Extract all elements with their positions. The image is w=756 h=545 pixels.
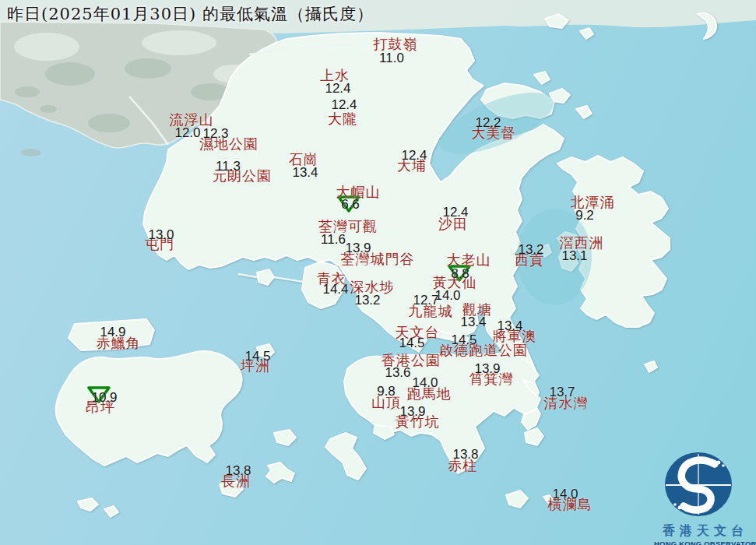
station-value: 11.6 bbox=[321, 232, 346, 248]
station-value: 13.2 bbox=[518, 242, 543, 258]
station-value: 12.4 bbox=[331, 97, 357, 113]
station-value: 13.9 bbox=[474, 361, 500, 377]
station-value: 12.0 bbox=[174, 125, 200, 141]
station-value: 14.5 bbox=[399, 336, 424, 351]
station-value: 14.4 bbox=[322, 282, 348, 297]
station-value: 14.0 bbox=[412, 375, 438, 391]
station-value: 14.5 bbox=[244, 349, 270, 364]
station-value: 13.4 bbox=[460, 315, 486, 330]
station-value: 14.5 bbox=[451, 332, 476, 348]
station-value: 13.8 bbox=[452, 447, 478, 462]
stations-layer: 打鼓嶺11.0上水12.4大隴12.4流浮山12.0濕地公園12.3元朗公園11… bbox=[0, 0, 756, 545]
station-value: 13.9 bbox=[345, 241, 371, 256]
typhoon-swirl-icon bbox=[654, 450, 752, 519]
station-value: 6.6 bbox=[341, 197, 360, 213]
station-value: 12.7 bbox=[413, 293, 438, 308]
station-value: 12.2 bbox=[475, 115, 501, 131]
station-value: 11.3 bbox=[216, 159, 241, 174]
station-value: 12.4 bbox=[401, 148, 427, 164]
station-value: 13.2 bbox=[354, 293, 380, 308]
station-value: 13.7 bbox=[549, 385, 575, 400]
station-value: 13.4 bbox=[497, 318, 522, 334]
station-value: 11.0 bbox=[379, 51, 404, 66]
station-value: 12.3 bbox=[202, 126, 228, 142]
logo-title-zh: 香港天文台 bbox=[654, 523, 752, 540]
station-value: 12.4 bbox=[442, 205, 468, 220]
station-value: 14.9 bbox=[100, 325, 125, 340]
station-value: 13.9 bbox=[399, 404, 425, 420]
weather-map-canvas: 昨日(2025年01月30日) 的最低氣溫（攝氏度） 打鼓嶺11.0上水12.4… bbox=[0, 0, 756, 545]
hko-logo: 香港天文台 HONG KONG OBSERVATORY bbox=[654, 450, 752, 545]
station-value: 8.8 bbox=[451, 266, 469, 282]
station-value: 13.6 bbox=[385, 365, 410, 381]
station-value: 14.0 bbox=[552, 487, 578, 502]
station-value: 9.2 bbox=[575, 208, 594, 223]
station-value: 12.4 bbox=[325, 81, 350, 97]
station-value: 13.8 bbox=[225, 463, 251, 479]
logo-title-en: HONG KONG OBSERVATORY bbox=[654, 540, 752, 545]
station-value: 9.8 bbox=[377, 384, 396, 399]
station-value: 13.0 bbox=[148, 227, 174, 243]
station-value: 10.9 bbox=[91, 390, 117, 406]
station-value: 13.1 bbox=[561, 248, 587, 264]
station-value: 13.4 bbox=[292, 165, 318, 181]
map-title: 昨日(2025年01月30日) 的最低氣溫（攝氏度） bbox=[7, 3, 374, 25]
